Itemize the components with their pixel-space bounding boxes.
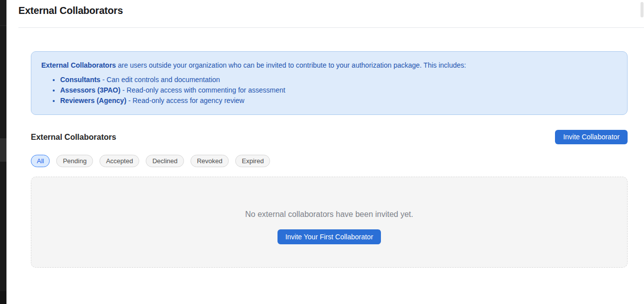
empty-state-message: No external collaborators have been invi… — [245, 210, 413, 219]
vertical-scrollbar-thumb[interactable] — [641, 2, 644, 17]
info-banner-intro-text: are users outside your organization who … — [116, 61, 466, 69]
content-area: External Collaborators are users outside… — [31, 28, 628, 268]
invite-collaborator-button[interactable]: Invite Collaborator — [555, 130, 628, 144]
info-banner-item-consultants: Consultants - Can edit controls and docu… — [60, 75, 617, 85]
bullet-bold: Consultants — [60, 76, 100, 84]
app-window: External Collaborators External Collabor… — [0, 0, 644, 304]
info-banner: External Collaborators are users outside… — [31, 51, 628, 115]
info-banner-intro: External Collaborators are users outside… — [41, 60, 617, 71]
page-title: External Collaborators — [18, 5, 644, 16]
invite-first-collaborator-button[interactable]: Invite Your First Collaborator — [277, 229, 381, 244]
section-title: External Collaborators — [31, 133, 116, 142]
bullet-text: - Read-only access with commenting for a… — [120, 86, 285, 94]
page-header: External Collaborators — [18, 0, 644, 28]
bullet-bold: Assessors (3PAO) — [60, 86, 120, 94]
info-banner-list: Consultants - Can edit controls and docu… — [41, 75, 617, 106]
bullet-text: - Read-only access for agency review — [126, 97, 244, 104]
collapsed-sidebar[interactable] — [0, 0, 6, 304]
filter-pill-pending[interactable]: Pending — [56, 155, 93, 167]
empty-state-panel: No external collaborators have been invi… — [31, 177, 628, 268]
sidebar-active-item[interactable] — [0, 138, 6, 162]
sidebar-header-segment — [0, 0, 6, 26]
filter-pill-revoked[interactable]: Revoked — [190, 155, 229, 167]
filter-pill-accepted[interactable]: Accepted — [99, 155, 139, 167]
bullet-text: - Can edit controls and documentation — [100, 76, 220, 84]
filter-pill-expired[interactable]: Expired — [235, 155, 270, 167]
sidebar-footer-segment — [0, 291, 6, 304]
bullet-bold: Reviewers (Agency) — [60, 97, 126, 104]
main-panel: External Collaborators External Collabor… — [6, 0, 644, 304]
section-header-row: External Collaborators Invite Collaborat… — [31, 130, 628, 144]
info-banner-item-reviewers: Reviewers (Agency) - Read-only access fo… — [60, 96, 617, 106]
info-banner-intro-bold: External Collaborators — [41, 61, 116, 69]
filter-pill-all[interactable]: All — [31, 155, 50, 167]
info-banner-item-assessors: Assessors (3PAO) - Read-only access with… — [60, 85, 617, 96]
status-filter-pills: All Pending Accepted Declined Revoked Ex… — [31, 155, 628, 167]
filter-pill-declined[interactable]: Declined — [146, 155, 184, 167]
